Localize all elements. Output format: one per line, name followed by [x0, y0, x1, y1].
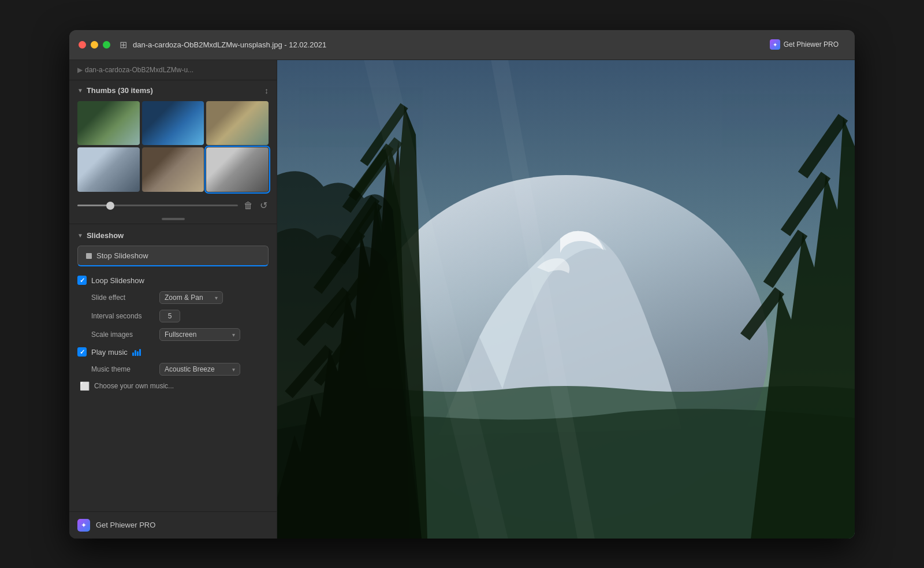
scroll-indicator	[69, 217, 277, 221]
thumb-image-4	[77, 147, 140, 192]
bottom-pro-star-icon: ✦	[81, 521, 87, 529]
music-bars-icon	[132, 348, 141, 356]
play-music-label: Play music	[91, 348, 128, 357]
scale-row: Scale images Fullscreen ▾	[91, 325, 269, 344]
image-area	[277, 60, 855, 539]
music-theme-value: Acoustic Breeze	[165, 365, 215, 373]
stop-slideshow-label: Stop Slideshow	[96, 251, 148, 260]
scroll-bar	[162, 218, 185, 220]
music-bar-4	[139, 349, 141, 356]
slide-effect-value: Zoom & Pan	[165, 294, 203, 302]
loop-slideshow-label: Loop Slideshow	[91, 276, 144, 285]
main-content: ▶ dan-a-cardoza-ObB2MxdLZMw-u... ▼ Thumb…	[69, 60, 855, 539]
refresh-button[interactable]: ↺	[259, 199, 269, 212]
breadcrumb: ▶ dan-a-cardoza-ObB2MxdLZMw-u...	[69, 60, 277, 80]
titlebar: ⊞ dan-a-cardoza-ObB2MxdLZMw-unsplash.jpg…	[69, 30, 855, 60]
slideshow-section-header: ▼ Slideshow	[77, 231, 269, 240]
get-pro-label: Get Phiewer PRO	[784, 40, 839, 49]
delete-button[interactable]: 🗑	[243, 199, 254, 212]
thumbnail-5[interactable]	[142, 147, 204, 192]
divider-1	[69, 224, 277, 224]
stop-icon	[86, 253, 92, 259]
slide-effect-label: Slide effect	[91, 294, 155, 302]
slideshow-section: ▼ Slideshow Stop Slideshow ✓ Loop Slides…	[69, 227, 277, 398]
interval-label: Interval seconds	[91, 312, 155, 320]
slide-options-indent: Slide effect Zoom & Pan ▾ Interval secon…	[77, 288, 269, 344]
music-bar-1	[132, 352, 134, 356]
scale-dropdown[interactable]: Fullscreen ▾	[159, 328, 240, 341]
bottom-bar: ✦ Get Phiewer PRO	[69, 511, 277, 539]
scale-label: Scale images	[91, 331, 155, 339]
thumb-image-6	[206, 147, 269, 192]
pro-icon: ✦	[770, 39, 780, 50]
thumbnail-3[interactable]	[206, 101, 269, 146]
slide-effect-arrow-icon: ▾	[215, 295, 218, 301]
bottom-pro-label[interactable]: Get Phiewer PRO	[96, 521, 155, 529]
play-music-check-icon: ✓	[80, 348, 85, 356]
thumb-image-3	[206, 101, 269, 146]
folder-icon: ⬜	[80, 381, 90, 391]
choose-music-label: Choose your own music...	[94, 382, 174, 390]
sort-icon[interactable]: ↕	[264, 86, 269, 95]
slide-effect-row: Slide effect Zoom & Pan ▾	[91, 288, 269, 307]
bottom-pro-icon: ✦	[77, 519, 90, 532]
mountain-scene-svg	[277, 60, 855, 539]
thumb-image-5	[142, 147, 204, 192]
slider-handle[interactable]	[106, 202, 114, 210]
thumb-image-1	[77, 101, 140, 146]
thumb-image-2	[142, 101, 204, 146]
loop-slideshow-row: ✓ Loop Slideshow	[77, 272, 269, 288]
interval-row: Interval seconds	[91, 307, 269, 325]
main-image	[277, 60, 855, 539]
music-options-indent: Music theme Acoustic Breeze ▾	[77, 360, 269, 378]
sidebar-spacer	[69, 398, 277, 511]
thumbnail-6[interactable]	[206, 147, 269, 192]
thumbs-section-header: ▼ Thumbs (30 items) ↕	[69, 80, 277, 99]
thumbnail-2[interactable]	[142, 101, 204, 146]
get-pro-button[interactable]: ✦ Get Phiewer PRO	[763, 36, 845, 53]
thumbnail-4[interactable]	[77, 147, 140, 192]
checkbox-check-icon: ✓	[80, 277, 85, 284]
music-theme-label: Music theme	[91, 365, 155, 373]
music-bar-3	[137, 351, 139, 356]
slideshow-label: Slideshow	[87, 231, 124, 240]
music-theme-dropdown[interactable]: Acoustic Breeze ▾	[159, 363, 240, 376]
close-button[interactable]	[79, 41, 86, 49]
scale-value: Fullscreen	[165, 331, 196, 339]
breadcrumb-text[interactable]: dan-a-cardoza-ObB2MxdLZMw-u...	[85, 66, 193, 74]
slider-fill	[77, 205, 110, 206]
thumb-controls: 🗑 ↺	[69, 196, 277, 217]
play-music-checkbox[interactable]: ✓	[77, 347, 87, 357]
music-theme-arrow-icon: ▾	[232, 366, 235, 373]
stop-slideshow-button[interactable]: Stop Slideshow	[77, 246, 269, 266]
slideshow-toggle-icon[interactable]: ▼	[77, 232, 83, 239]
thumbs-header-label: Thumbs (30 items)	[87, 86, 153, 95]
loop-checkbox[interactable]: ✓	[77, 276, 87, 285]
thumbnail-1[interactable]	[77, 101, 140, 146]
breadcrumb-arrow-icon: ▶	[77, 66, 83, 74]
main-window: ⊞ dan-a-cardoza-ObB2MxdLZMw-unsplash.jpg…	[69, 30, 855, 539]
music-bar-2	[135, 350, 136, 356]
traffic-lights	[79, 41, 110, 49]
slide-effect-dropdown[interactable]: Zoom & Pan ▾	[159, 291, 223, 304]
thumbs-toggle-icon[interactable]: ▼	[77, 87, 83, 94]
play-music-row: ✓ Play music	[77, 344, 269, 360]
pro-star-icon: ✦	[773, 42, 777, 48]
thumbnails-grid	[69, 99, 277, 197]
window-title: dan-a-cardoza-ObB2MxdLZMw-unsplash.jpg -…	[133, 40, 763, 49]
choose-music-row[interactable]: ⬜ Choose your own music...	[77, 378, 269, 393]
size-slider[interactable]	[77, 205, 238, 206]
sidebar-toggle-icon[interactable]: ⊞	[120, 39, 127, 50]
sidebar: ▶ dan-a-cardoza-ObB2MxdLZMw-u... ▼ Thumb…	[69, 60, 277, 539]
music-theme-row: Music theme Acoustic Breeze ▾	[91, 360, 269, 378]
scale-arrow-icon: ▾	[232, 332, 235, 338]
minimize-button[interactable]	[91, 41, 98, 49]
interval-input[interactable]	[159, 310, 180, 322]
maximize-button[interactable]	[103, 41, 110, 49]
